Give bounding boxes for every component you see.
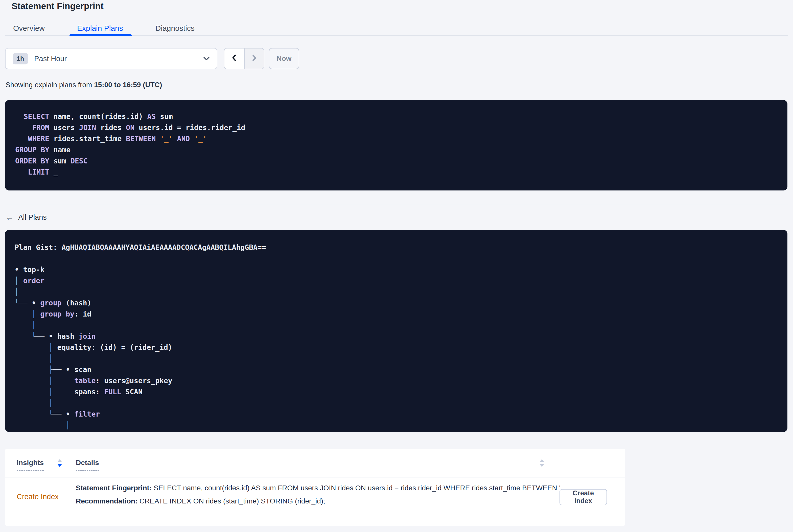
tab-diagnostics[interactable]: Diagnostics [155, 24, 194, 32]
fingerprint-label: Statement Fingerprint: [76, 484, 152, 492]
plan-gist-block: Plan Gist: AgHUAQIABQAAAAHYAQIAiAEAAAADC… [5, 230, 788, 432]
all-plans-link[interactable]: ← All Plans [5, 213, 47, 222]
insights-table-card: Insights Details Create Index Statement … [5, 449, 625, 526]
sql-statement-text: SELECT name, count(rides.id) AS sum FROM… [5, 100, 788, 178]
insight-details-cell: Statement Fingerprint: SELECT name, coun… [76, 484, 571, 510]
recommendation-value: CREATE INDEX ON rides (start_time) STORI… [137, 497, 325, 505]
range-caption-value: 15:00 to 16:59 (UTC) [94, 81, 162, 89]
fingerprint-value: SELECT name, count(rides.id) AS sum FROM… [152, 484, 571, 492]
time-range-badge: 1h [13, 53, 28, 64]
fingerprint-line: Statement Fingerprint: SELECT name, coun… [76, 484, 571, 492]
now-button[interactable]: Now [269, 48, 299, 69]
table-row-border [5, 518, 625, 518]
column-header-details[interactable]: Details [76, 459, 99, 471]
tab-overview[interactable]: Overview [13, 24, 45, 32]
time-range-pager [224, 48, 264, 69]
time-range-label: Past Hour [34, 55, 67, 63]
sort-icon-details[interactable] [539, 459, 544, 467]
recommendation-line: Recommendation: CREATE INDEX ON rides (s… [76, 497, 571, 505]
section-divider [5, 205, 788, 205]
statement-fingerprint-page: Statement Fingerprint Overview Explain P… [0, 0, 793, 532]
range-caption-prefix: Showing explain plans from [5, 81, 94, 89]
tab-bar: Overview Explain Plans Diagnostics [13, 24, 227, 32]
chevron-left-icon [231, 54, 238, 64]
chevron-right-icon [251, 54, 258, 64]
chevron-down-icon [203, 57, 210, 61]
page-title: Statement Fingerprint [12, 1, 103, 11]
sort-asc-triangle [539, 459, 544, 462]
plan-gist-header: Plan Gist: AgHUAQIABQAAAAHYAQIAiAEAAAADC… [5, 230, 788, 253]
arrow-left-icon: ← [5, 213, 14, 222]
previous-range-button[interactable] [224, 49, 244, 69]
sort-desc-triangle [539, 464, 544, 467]
sql-statement-block: SELECT name, count(rides.id) AS sum FROM… [5, 100, 788, 190]
time-picker-row: 1h Past Hour Now [5, 48, 299, 69]
sort-asc-triangle [57, 459, 62, 462]
column-header-insights[interactable]: Insights [17, 459, 44, 471]
next-range-button[interactable] [244, 49, 264, 69]
all-plans-label: All Plans [18, 213, 47, 222]
time-range-dropdown[interactable]: 1h Past Hour [5, 48, 217, 69]
insight-type-link[interactable]: Create Index [17, 493, 59, 501]
sort-desc-triangle [57, 464, 62, 467]
range-caption: Showing explain plans from 15:00 to 16:5… [5, 81, 162, 89]
tab-explain-plans[interactable]: Explain Plans [77, 24, 123, 32]
sort-icon-insights[interactable] [57, 459, 62, 467]
plan-gist-tree: • top-k│ order│└── • group (hash) │ grou… [5, 253, 788, 431]
create-index-button[interactable]: Create Index [560, 489, 607, 505]
table-header-border [5, 477, 625, 477]
recommendation-label: Recommendation: [76, 497, 137, 505]
